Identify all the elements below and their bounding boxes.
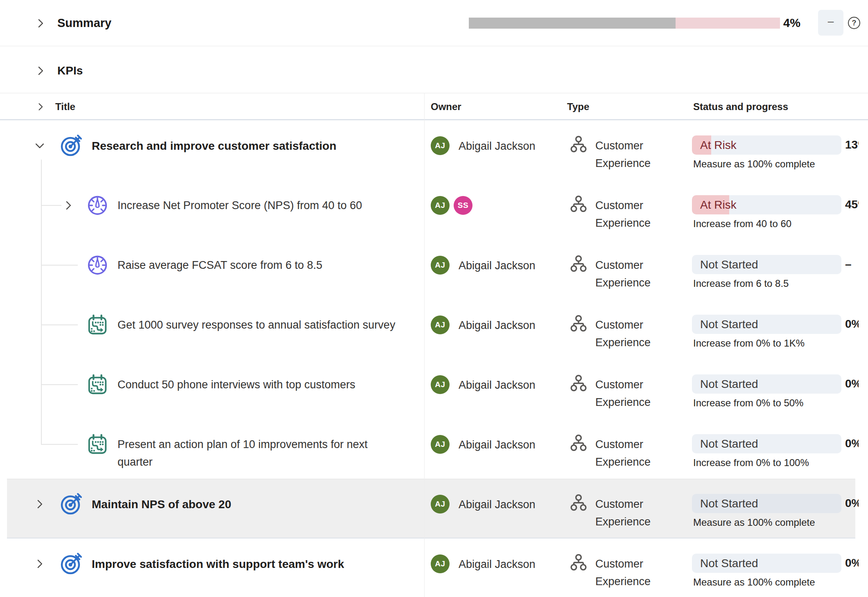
status-label: Not Started bbox=[700, 255, 758, 274]
project-plan-icon bbox=[86, 433, 108, 457]
owner-avatars[interactable]: AJ bbox=[431, 495, 450, 514]
progress-value: 0% bbox=[845, 556, 859, 570]
type-label: Customer Experience bbox=[595, 555, 663, 590]
status-pill[interactable]: At Risk bbox=[692, 195, 841, 214]
table-row[interactable]: Get 1000 survey responses to annual sati… bbox=[0, 300, 868, 359]
status-sub-label: Increase from 0% to 1K% bbox=[693, 338, 805, 349]
type-label: Customer Experience bbox=[595, 316, 663, 351]
avatar[interactable]: AJ bbox=[431, 256, 450, 275]
progress-value: 0% bbox=[845, 377, 859, 390]
org-chart-icon bbox=[570, 136, 587, 156]
progress-value: 13% bbox=[845, 138, 859, 151]
type-label: Customer Experience bbox=[595, 137, 663, 172]
type-label: Customer Experience bbox=[595, 436, 663, 471]
table-row[interactable]: Research and improve customer satisfacti… bbox=[0, 120, 868, 180]
type-label: Customer Experience bbox=[595, 376, 663, 411]
table-row[interactable]: Conduct 50 phone interviews with top cus… bbox=[0, 359, 868, 419]
column-divider bbox=[424, 93, 425, 597]
row-title[interactable]: Present an action plan of 10 improvement… bbox=[118, 436, 404, 471]
avatar[interactable]: AJ bbox=[431, 554, 450, 573]
avatar[interactable]: SS bbox=[454, 196, 472, 215]
table-row[interactable]: Improve satisfaction with support team's… bbox=[0, 538, 868, 597]
org-chart-icon bbox=[570, 255, 587, 276]
avatar[interactable]: AJ bbox=[431, 495, 450, 514]
chevron-down-icon[interactable] bbox=[34, 140, 45, 151]
tree-connector bbox=[41, 384, 78, 385]
org-chart-icon bbox=[570, 196, 587, 216]
chevron-right-icon[interactable] bbox=[63, 200, 74, 211]
chevron-right-icon[interactable] bbox=[35, 18, 46, 29]
tree-connector bbox=[41, 444, 78, 445]
org-chart-icon bbox=[570, 494, 587, 515]
chevron-right-icon[interactable] bbox=[36, 102, 45, 111]
owner-avatars[interactable]: AJ bbox=[431, 315, 450, 334]
status-pill[interactable]: Not Started bbox=[692, 374, 841, 394]
status-sub-label: Measure as 100% complete bbox=[693, 517, 815, 528]
table-row[interactable]: Maintain NPS of above 20 AJ Abigail Jack… bbox=[0, 479, 868, 538]
status-pill[interactable]: Not Started bbox=[692, 554, 841, 573]
avatar[interactable]: AJ bbox=[431, 435, 450, 454]
avatar[interactable]: AJ bbox=[431, 136, 450, 155]
chevron-right-icon[interactable] bbox=[34, 559, 45, 569]
kpis-section: KPIs bbox=[0, 46, 868, 93]
owner-name: Abigail Jackson bbox=[459, 558, 536, 571]
table-row[interactable]: Present an action plan of 10 improvement… bbox=[0, 419, 868, 479]
row-title[interactable]: Maintain NPS of above 20 bbox=[92, 496, 411, 513]
avatar[interactable]: AJ bbox=[431, 196, 450, 215]
status-label: At Risk bbox=[700, 195, 737, 214]
row-title[interactable]: Conduct 50 phone interviews with top cus… bbox=[118, 376, 404, 394]
column-header-type[interactable]: Type bbox=[567, 101, 589, 113]
column-header-title[interactable]: Title bbox=[55, 101, 75, 113]
row-title[interactable]: Raise average FCSAT score from 6 to 8.5 bbox=[118, 257, 404, 274]
table-row[interactable]: Increase Net Promoter Score (NPS) from 4… bbox=[0, 180, 868, 240]
objective-target-icon bbox=[60, 493, 83, 517]
minus-icon: − bbox=[827, 16, 834, 28]
owner-avatars[interactable]: AJ bbox=[431, 435, 450, 454]
collapse-panel-button[interactable]: − bbox=[818, 10, 843, 36]
owner-avatars[interactable]: AJ bbox=[431, 554, 450, 573]
status-label: Not Started bbox=[700, 374, 758, 394]
status-pill[interactable]: Not Started bbox=[692, 494, 841, 513]
table-body: Research and improve customer satisfacti… bbox=[0, 120, 868, 597]
summary-progress-percent: 4% bbox=[783, 16, 800, 30]
row-title[interactable]: Increase Net Promoter Score (NPS) from 4… bbox=[118, 197, 404, 214]
status-pill[interactable]: Not Started bbox=[692, 434, 841, 453]
progress-segment-at-risk bbox=[676, 18, 780, 29]
row-title[interactable]: Improve satisfaction with support team's… bbox=[92, 555, 411, 573]
status-sub-label: Increase from 0% to 50% bbox=[693, 397, 803, 409]
type-label: Customer Experience bbox=[595, 496, 663, 531]
status-label: Not Started bbox=[700, 434, 758, 453]
owner-name: Abigail Jackson bbox=[459, 259, 536, 272]
column-header-status[interactable]: Status and progress bbox=[693, 101, 788, 113]
status-pill[interactable]: At Risk bbox=[692, 135, 841, 155]
owner-avatars[interactable]: AJ bbox=[431, 136, 450, 155]
chevron-right-icon[interactable] bbox=[34, 499, 45, 509]
owner-avatars[interactable]: AJ bbox=[431, 375, 450, 394]
avatar[interactable]: AJ bbox=[431, 315, 450, 334]
status-label: Not Started bbox=[700, 494, 758, 513]
owner-avatars[interactable]: AJ bbox=[431, 256, 450, 275]
objective-target-icon bbox=[60, 134, 83, 159]
avatar[interactable]: AJ bbox=[431, 375, 450, 394]
project-plan-icon bbox=[86, 374, 108, 397]
okr-explorer-page: Summary 4% − ? KPIs Title Owner Type Sta… bbox=[0, 0, 868, 597]
tree-connector bbox=[41, 265, 78, 266]
status-pill[interactable]: Not Started bbox=[692, 315, 841, 334]
owner-name: Abigail Jackson bbox=[459, 498, 536, 511]
row-title[interactable]: Research and improve customer satisfacti… bbox=[92, 137, 411, 155]
org-chart-icon bbox=[570, 315, 587, 336]
progress-value: 0% bbox=[845, 497, 859, 510]
column-header-owner[interactable]: Owner bbox=[431, 101, 461, 113]
owner-name: Abigail Jackson bbox=[459, 379, 536, 392]
owner-avatars[interactable]: AJSS bbox=[431, 196, 472, 215]
chevron-right-icon[interactable] bbox=[35, 65, 46, 76]
summary-label[interactable]: Summary bbox=[57, 16, 111, 30]
row-title[interactable]: Get 1000 survey responses to annual sati… bbox=[118, 316, 404, 334]
kpis-label[interactable]: KPIs bbox=[57, 64, 83, 77]
status-pill[interactable]: Not Started bbox=[692, 255, 841, 274]
help-icon[interactable]: ? bbox=[848, 17, 860, 29]
type-label: Customer Experience bbox=[595, 197, 663, 232]
progress-value: 0% bbox=[845, 437, 859, 450]
table-row[interactable]: Raise average FCSAT score from 6 to 8.5 … bbox=[0, 240, 868, 300]
org-chart-icon bbox=[570, 554, 587, 574]
